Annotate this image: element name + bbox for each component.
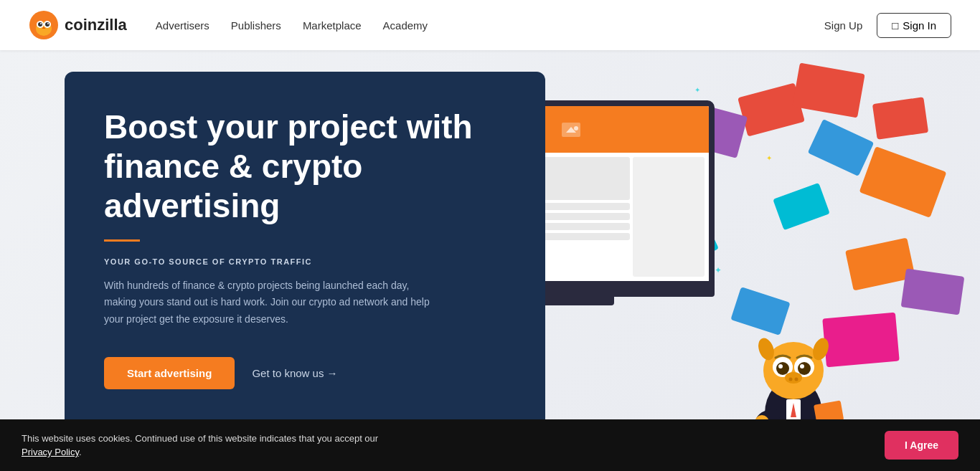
privacy-policy-link[interactable]: Privacy Policy bbox=[22, 447, 79, 457]
signin-button[interactable]: □ Sign In bbox=[877, 13, 951, 38]
cookie-message: This website uses cookies. Continued use… bbox=[22, 433, 378, 444]
float-card-2 bbox=[792, 62, 864, 118]
signin-icon: □ bbox=[892, 19, 898, 32]
svg-point-26 bbox=[798, 362, 811, 375]
hero-panel: Boost your project with finance & crypto… bbox=[65, 72, 545, 449]
hero-description: With hundreds of finance & crypto projec… bbox=[104, 277, 434, 328]
nav-right: Sign Up □ Sign In bbox=[824, 13, 951, 38]
get-to-know-link[interactable]: Get to know us → bbox=[252, 367, 337, 379]
banner-image-icon bbox=[560, 121, 582, 138]
signup-link[interactable]: Sign Up bbox=[824, 19, 862, 32]
cookie-text: This website uses cookies. Continued use… bbox=[22, 432, 395, 460]
float-card-9 bbox=[901, 269, 965, 315]
svg-point-27 bbox=[778, 364, 783, 368]
svg-point-30 bbox=[789, 378, 793, 381]
nav-links: Advertisers Publishers Marketplace Acade… bbox=[156, 19, 824, 32]
svg-point-6 bbox=[40, 23, 42, 24]
float-card-7 bbox=[773, 183, 830, 230]
hero-buttons: Start advertising Get to know us → bbox=[104, 357, 509, 389]
laptop-stand bbox=[542, 297, 614, 305]
svg-point-13 bbox=[574, 126, 578, 130]
star-3: ✦ bbox=[694, 86, 700, 94]
logo-icon bbox=[29, 10, 59, 40]
svg-point-28 bbox=[800, 364, 804, 368]
laptop-side-column bbox=[633, 157, 705, 277]
navbar: coinzilla Advertisers Publishers Marketp… bbox=[0, 0, 980, 50]
svg-point-31 bbox=[795, 378, 798, 381]
hero-divider bbox=[104, 239, 140, 242]
cookie-message-end: . bbox=[79, 447, 82, 457]
nav-academy[interactable]: Academy bbox=[383, 19, 428, 32]
hero-subtitle: YOUR GO-TO SOURCE OF CRYPTO TRAFFIC bbox=[104, 257, 509, 266]
svg-point-25 bbox=[776, 362, 789, 375]
logo-text: coinzilla bbox=[65, 16, 127, 34]
nav-publishers[interactable]: Publishers bbox=[231, 19, 281, 32]
signin-label: Sign In bbox=[903, 19, 936, 32]
float-card-3 bbox=[872, 97, 928, 140]
svg-point-4 bbox=[38, 22, 42, 27]
float-card-6 bbox=[808, 119, 875, 176]
cookie-banner: This website uses cookies. Continued use… bbox=[0, 419, 980, 471]
start-advertising-button[interactable]: Start advertising bbox=[104, 357, 235, 389]
logo[interactable]: coinzilla bbox=[29, 10, 127, 40]
svg-point-29 bbox=[785, 372, 802, 384]
svg-point-5 bbox=[45, 22, 50, 27]
float-card-4 bbox=[859, 146, 947, 218]
nav-marketplace[interactable]: Marketplace bbox=[303, 19, 362, 32]
nav-advertisers[interactable]: Advertisers bbox=[156, 19, 209, 32]
hero-title: Boost your project with finance & crypto… bbox=[104, 108, 509, 227]
agree-button[interactable]: I Agree bbox=[885, 431, 958, 460]
svg-point-7 bbox=[47, 23, 49, 24]
star-5: ✦ bbox=[766, 154, 772, 162]
hero-section: Boost your project with finance & crypto… bbox=[0, 50, 980, 471]
